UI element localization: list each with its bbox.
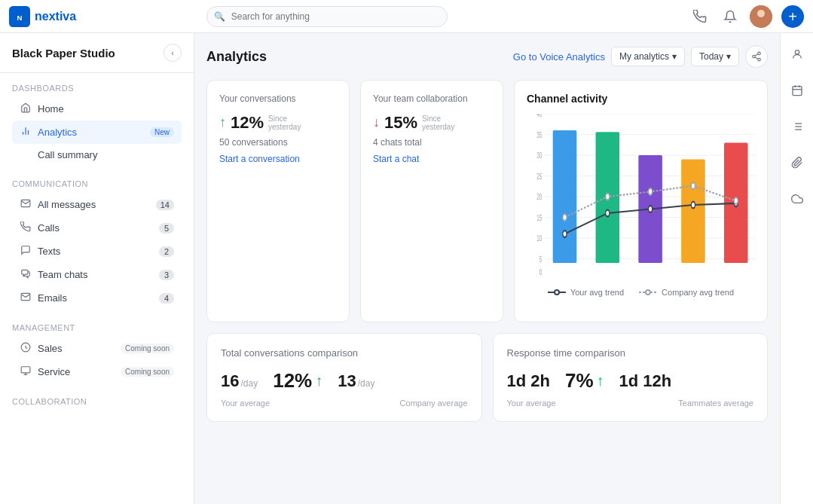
chart-legend: Your avg trend Company avg trend <box>527 288 755 297</box>
sidebar-item-team-chats[interactable]: Team chats 3 <box>12 263 182 286</box>
start-chat-link[interactable]: Start a chat <box>373 154 491 164</box>
team-chats-icon <box>20 268 32 281</box>
service-coming-soon-badge: Coming soon <box>121 367 174 377</box>
sidebar-section-management: Management Sales Coming soon Service Com… <box>0 313 194 386</box>
sidebar-item-call-summary[interactable]: Call summary <box>12 144 182 166</box>
your-avg-legend: Your avg trend <box>548 288 624 297</box>
collaboration-card: Your team collaboration ↓ 15% Since yest… <box>360 80 503 322</box>
bell-icon[interactable] <box>720 6 741 27</box>
all-messages-badge: 14 <box>156 200 174 210</box>
company-avg-legend: Company avg trend <box>639 288 734 297</box>
svg-text:15: 15 <box>536 213 542 222</box>
my-analytics-label: My analytics <box>619 51 669 62</box>
right-user-icon[interactable] <box>785 42 809 66</box>
svg-rect-33 <box>553 130 577 263</box>
collaboration-pct: 15% <box>384 113 417 133</box>
nav-actions: + <box>689 5 804 28</box>
svg-point-3 <box>757 10 765 17</box>
start-conversation-link[interactable]: Start a conversation <box>219 154 337 164</box>
svg-point-13 <box>758 58 761 61</box>
sidebar-item-service[interactable]: Service Coming soon <box>12 360 182 383</box>
conversations-yesterday: yesterday <box>268 123 301 131</box>
conversations-since: Since <box>268 115 301 123</box>
collaboration-title: Your team collaboration <box>373 93 491 105</box>
response-pct-col: 7% ↑ <box>565 369 604 393</box>
calls-icon <box>20 221 32 234</box>
response-time-title: Response time comparison <box>507 347 754 359</box>
svg-point-49 <box>606 194 610 200</box>
response-pct: 7% <box>565 369 594 393</box>
search-bar: 🔍 <box>206 6 448 27</box>
sidebar-item-emails[interactable]: Emails 4 <box>12 286 182 310</box>
bottom-row: Total conversations comparison 16 /day 1… <box>206 333 768 422</box>
svg-point-45 <box>649 206 653 212</box>
total-conversations-card: Total conversations comparison 16 /day 1… <box>206 333 482 422</box>
phone-icon[interactable] <box>689 6 711 27</box>
voice-analytics-link[interactable]: Go to Voice Analytics <box>513 51 605 63</box>
svg-text:30: 30 <box>536 151 542 160</box>
your-avg-unit: /day <box>240 378 258 389</box>
svg-text:40: 40 <box>536 114 542 119</box>
response-time-metrics: 1d 2h 7% ↑ 1d 12h <box>507 369 754 393</box>
share-button[interactable] <box>745 45 768 68</box>
response-your-label: Your average <box>507 399 556 408</box>
home-label: Home <box>38 103 174 115</box>
channel-activity-card: Channel activity 40 35 <box>514 80 768 322</box>
service-label: Service <box>38 366 115 377</box>
texts-label: Texts <box>38 246 153 257</box>
search-input[interactable] <box>206 6 448 27</box>
main-layout: Black Paper Studio ‹ Dashboards Home Ana… <box>0 33 813 504</box>
sidebar-item-analytics[interactable]: Analytics New <box>12 121 182 144</box>
today-dropdown[interactable]: Today ▾ <box>691 47 739 66</box>
channel-chart-svg: 40 35 30 25 20 15 10 5 0 Email <box>527 114 755 279</box>
conversations-up-arrow: ↑ <box>219 115 226 130</box>
top-nav: N nextiva 🔍 + <box>0 0 813 33</box>
conversations-count: 50 conversations <box>219 137 337 148</box>
sidebar-item-home[interactable]: Home <box>12 97 182 121</box>
logo: N nextiva <box>9 6 76 27</box>
collaboration-since: Since <box>422 115 454 123</box>
collapse-button[interactable]: ‹ <box>164 44 182 62</box>
response-time-card: Response time comparison 1d 2h 7% ↑ 1d 1… <box>493 333 769 422</box>
svg-point-11 <box>758 52 761 55</box>
right-cloud-icon[interactable] <box>785 187 809 211</box>
teammates-avg-col: 1d 12h <box>619 371 672 391</box>
response-arrow-up: ↑ <box>597 372 604 389</box>
chevron-down-icon-2: ▾ <box>726 51 731 62</box>
my-analytics-dropdown[interactable]: My analytics ▾ <box>611 47 685 66</box>
svg-rect-8 <box>21 367 30 373</box>
response-your-avg: 1d 2h <box>507 371 550 391</box>
sidebar-section-communication: Communication All messages 14 Calls 5 <box>0 169 194 313</box>
sidebar-header: Black Paper Studio ‹ <box>0 33 194 73</box>
sidebar-item-calls[interactable]: Calls 5 <box>12 216 182 240</box>
company-avg-label: Company average <box>400 399 468 408</box>
total-conversations-metrics: 16 /day 12% ↑ 13 /day <box>221 369 468 393</box>
right-list-icon[interactable] <box>785 115 809 139</box>
svg-point-44 <box>606 210 610 217</box>
your-avg-value: 16 <box>221 371 239 391</box>
svg-line-15 <box>755 54 758 56</box>
svg-point-12 <box>753 55 756 58</box>
calls-badge: 5 <box>159 223 174 234</box>
add-button[interactable]: + <box>781 5 804 28</box>
svg-point-57 <box>795 50 799 54</box>
analytics-icon <box>20 126 32 139</box>
avatar[interactable] <box>750 5 772 28</box>
sales-label: Sales <box>38 343 115 354</box>
sidebar-item-texts[interactable]: Texts 2 <box>12 240 182 263</box>
emails-label: Emails <box>38 292 153 304</box>
right-paperclip-icon[interactable] <box>785 151 809 175</box>
sidebar-item-all-messages[interactable]: All messages 14 <box>12 193 182 216</box>
sidebar-item-sales[interactable]: Sales Coming soon <box>12 337 182 360</box>
sales-coming-soon-badge: Coming soon <box>121 344 174 353</box>
logo-text: nextiva <box>35 10 76 23</box>
analytics-new-badge: New <box>150 127 174 137</box>
conversations-title: Your conversations <box>219 93 337 105</box>
bar-chart: 40 35 30 25 20 15 10 5 0 Email <box>527 114 755 310</box>
svg-point-43 <box>563 231 567 237</box>
texts-icon <box>20 245 32 258</box>
svg-point-48 <box>563 214 567 221</box>
right-calendar-icon[interactable] <box>785 78 809 102</box>
svg-text:35: 35 <box>536 130 542 139</box>
svg-rect-39 <box>681 160 705 264</box>
